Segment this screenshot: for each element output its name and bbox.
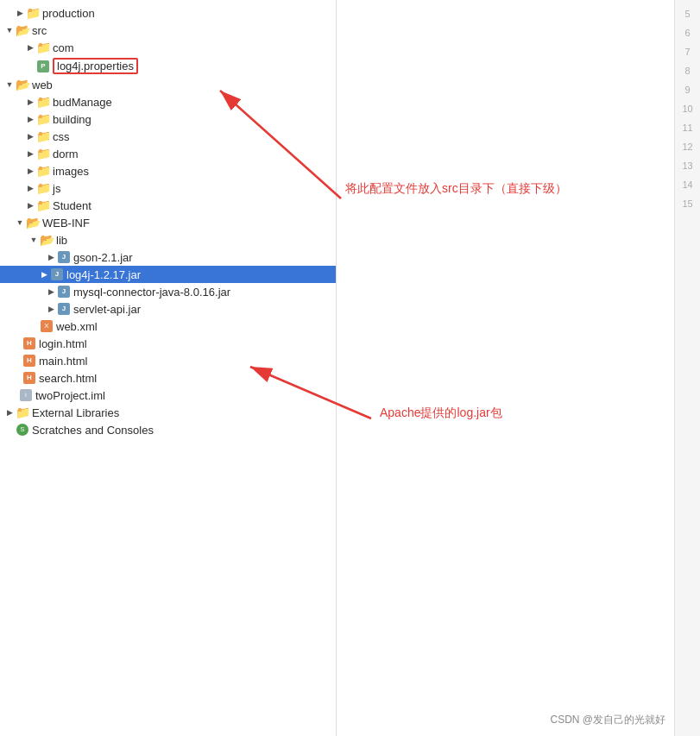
line-num-6: 6 — [675, 23, 700, 42]
tree-arrow-log4j-jar: ▶ — [38, 268, 50, 280]
tree-content: ▶📁production▼📂src▶📁comPlog4j.properties▼… — [0, 0, 336, 443]
icon-WEB-INF: 📂 — [26, 216, 40, 230]
icon-building: 📁 — [36, 112, 50, 126]
icon-Student: 📁 — [36, 198, 50, 212]
tree-arrow-Student: ▶ — [24, 199, 36, 211]
right-panel: 56789101112131415 将此配置文件放入src目录下（直接下级） A… — [337, 0, 700, 736]
tree-arrow-images: ▶ — [24, 165, 36, 177]
icon-lib: 📂 — [40, 233, 54, 247]
tree-item-WEB-INF[interactable]: ▼📂WEB-INF — [0, 214, 336, 231]
label-search: search.html — [39, 372, 97, 385]
label-dorm: dorm — [53, 148, 79, 160]
tree-item-twoProject[interactable]: itwoProject.iml — [0, 387, 336, 404]
icon-css: 📁 — [36, 129, 50, 143]
tree-item-login[interactable]: Hlogin.html — [0, 335, 336, 352]
icon-twoProject: i — [19, 388, 33, 402]
icon-ext-lib: 📁 — [16, 406, 29, 419]
label-log4j-jar: log4j-1.2.17.jar — [66, 268, 141, 281]
tree-arrow-production: ▶ — [14, 7, 26, 19]
icon-log4j-jar: J — [50, 267, 64, 281]
label-production: production — [42, 7, 95, 20]
label-js: js — [53, 182, 60, 195]
tree-arrow-building: ▶ — [24, 113, 36, 125]
tree-item-gson[interactable]: ▶Jgson-2.1.jar — [0, 248, 336, 266]
label-web-xml: web.xml — [56, 320, 98, 333]
label-twoProject: twoProject.iml — [35, 389, 105, 402]
file-tree-panel: ▶📁production▼📂src▶📁comPlog4j.properties▼… — [0, 0, 337, 736]
line-num-5: 5 — [675, 4, 700, 23]
tree-item-building[interactable]: ▶📁building — [0, 110, 336, 128]
tree-arrow-mysql: ▶ — [45, 286, 57, 298]
icon-scratches: S — [16, 423, 29, 437]
tree-arrow-gson: ▶ — [45, 251, 57, 263]
label-web: web — [32, 79, 53, 91]
icon-web: 📂 — [16, 78, 29, 91]
tree-item-lib[interactable]: ▼📂lib — [0, 231, 336, 248]
label-com: com — [53, 41, 74, 54]
tree-item-ext-lib[interactable]: ▶📁External Libraries — [0, 404, 336, 421]
label-ext-lib: External Libraries — [32, 406, 119, 419]
label-Student: Student — [53, 199, 91, 212]
tree-arrow-WEB-INF: ▼ — [14, 217, 26, 229]
tree-arrow-js: ▶ — [24, 182, 36, 194]
tree-arrow-src: ▼ — [3, 24, 16, 36]
icon-search: H — [22, 371, 36, 385]
label-css: css — [53, 130, 70, 143]
icon-login: H — [22, 337, 36, 350]
label-building: building — [53, 113, 91, 126]
tree-item-src[interactable]: ▼📂src — [0, 22, 336, 39]
line-num-10: 10 — [675, 99, 700, 118]
line-num-9: 9 — [675, 80, 700, 99]
tree-arrow-lib: ▼ — [28, 234, 40, 246]
label-main: main.html — [39, 355, 87, 368]
tree-item-web[interactable]: ▼📂web — [0, 76, 336, 93]
tree-item-scratches[interactable]: SScratches and Consoles — [0, 421, 336, 438]
icon-src: 📂 — [16, 23, 29, 37]
line-num-14: 14 — [675, 175, 700, 194]
tree-arrow-servlet: ▶ — [45, 303, 57, 315]
label-src: src — [32, 24, 47, 37]
tree-item-log4j[interactable]: Plog4j.properties — [0, 56, 336, 76]
label-login: login.html — [39, 337, 87, 350]
label-lib: lib — [56, 234, 67, 247]
tree-arrow-css: ▶ — [24, 130, 36, 142]
tree-item-servlet[interactable]: ▶Jservlet-api.jar — [0, 300, 336, 318]
line-num-13: 13 — [675, 156, 700, 175]
attribution: CSDN @发自己的光就好 — [550, 713, 665, 727]
tree-item-web-xml[interactable]: Xweb.xml — [0, 318, 336, 335]
label-budManage: budManage — [53, 96, 112, 109]
line-num-8: 8 — [675, 61, 700, 80]
label-gson: gson-2.1.jar — [73, 251, 133, 264]
label-scratches: Scratches and Consoles — [32, 424, 154, 437]
icon-js: 📁 — [36, 181, 50, 195]
tree-item-js[interactable]: ▶📁js — [0, 179, 336, 197]
label-servlet: servlet-api.jar — [73, 303, 141, 316]
tree-arrow-web: ▼ — [3, 79, 16, 91]
tree-item-main[interactable]: Hmain.html — [0, 352, 336, 369]
line-num-7: 7 — [675, 42, 700, 61]
tree-item-search[interactable]: Hsearch.html — [0, 369, 336, 387]
tree-item-dorm[interactable]: ▶📁dorm — [0, 145, 336, 162]
tree-item-com[interactable]: ▶📁com — [0, 39, 336, 56]
line-num-15: 15 — [675, 194, 700, 213]
tree-item-Student[interactable]: ▶📁Student — [0, 197, 336, 214]
label-WEB-INF: WEB-INF — [42, 217, 90, 230]
tree-arrow-dorm: ▶ — [24, 148, 36, 160]
label-mysql: mysql-connector-java-8.0.16.jar — [73, 286, 230, 299]
icon-gson: J — [57, 250, 71, 264]
tree-item-production[interactable]: ▶📁production — [0, 4, 336, 22]
icon-main: H — [22, 354, 36, 368]
label-images: images — [53, 165, 89, 178]
icon-servlet: J — [57, 302, 71, 316]
icon-images: 📁 — [36, 164, 50, 178]
tree-arrow-budManage: ▶ — [24, 96, 36, 108]
icon-dorm: 📁 — [36, 147, 50, 160]
tree-arrow-ext-lib: ▶ — [3, 406, 16, 418]
icon-production: 📁 — [26, 6, 40, 20]
tree-item-budManage[interactable]: ▶📁budManage — [0, 93, 336, 110]
icon-com: 📁 — [36, 41, 50, 54]
tree-item-log4j-jar[interactable]: ▶Jlog4j-1.2.17.jar — [0, 266, 336, 283]
tree-item-css[interactable]: ▶📁css — [0, 128, 336, 145]
tree-item-mysql[interactable]: ▶Jmysql-connector-java-8.0.16.jar — [0, 283, 336, 300]
tree-item-images[interactable]: ▶📁images — [0, 162, 336, 179]
